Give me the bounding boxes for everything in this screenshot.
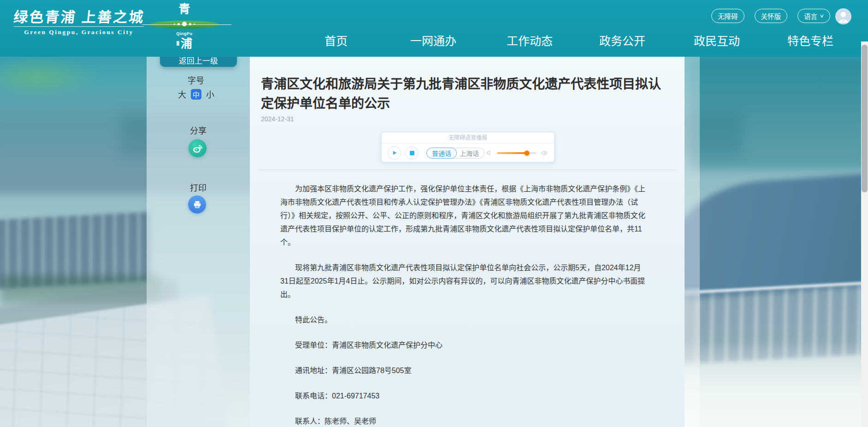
print-label: 打印 <box>177 181 219 193</box>
language-toggle: 普通话 上海话 <box>426 148 484 159</box>
quick-buttons: 无障碍 关怀版 语言 ∨ <box>711 9 830 23</box>
article-panel: 青浦区文化和旅游局关于第九批青浦区非物质文化遗产代表性项目拟认定保护单位名单的公… <box>250 57 685 427</box>
play-button[interactable] <box>388 146 401 160</box>
nav-home[interactable]: 首页 <box>325 34 348 48</box>
right-frost-strip <box>685 57 700 427</box>
slogan-underline <box>14 26 144 27</box>
chevron-down-icon: ∨ <box>820 13 824 19</box>
stop-icon <box>410 151 414 155</box>
volume-thumb[interactable] <box>525 150 530 155</box>
font-size-medium[interactable]: 中 <box>191 89 201 100</box>
font-size-large[interactable]: 大 <box>178 88 186 100</box>
site-slogan-english: Green Qingpu, Gracious City <box>14 29 144 36</box>
language-button[interactable]: 语言 ∨ <box>797 9 830 23</box>
site-header: 绿色青浦 上善之城 Green Qingpu, Gracious City 青 … <box>0 0 868 57</box>
logo-char-top: 青 <box>152 2 217 15</box>
section-divider <box>258 170 675 170</box>
print-button[interactable] <box>188 196 206 214</box>
weibo-icon <box>192 143 203 154</box>
font-size-small[interactable]: 小 <box>206 88 214 100</box>
logo-dots <box>152 22 217 26</box>
logo-char-bottom: 浦 <box>152 37 217 50</box>
volume-high-icon <box>541 149 548 157</box>
audio-player-caption: 无障碍语音播报 <box>382 132 554 144</box>
audio-player-controls: 普通话 上海话 <box>382 144 554 162</box>
logo-seal <box>177 41 179 46</box>
paragraph: 联系电话：021-69717453 <box>280 389 649 403</box>
nav-work-news[interactable]: 工作动态 <box>507 34 553 48</box>
share-weibo-button[interactable] <box>189 139 207 157</box>
share-label: 分享 <box>177 124 219 136</box>
language-option-mandarin[interactable]: 普通话 <box>426 148 457 159</box>
volume-low-icon <box>486 149 493 156</box>
logo-romanized: QingPu <box>152 31 217 36</box>
paragraph: 现将第九批青浦区非物质文化遗产代表性项目拟认定保护单位名单向社会公示，公示期5天… <box>280 261 649 301</box>
paragraph: 受理单位：青浦区非物质文化遗产保护分中心 <box>280 338 649 352</box>
site-slogan-chinese: 绿色青浦 上善之城 <box>13 6 147 26</box>
scrollbar-track[interactable] <box>861 42 868 427</box>
nav-interaction[interactable]: 政民互动 <box>694 34 740 48</box>
stop-button[interactable] <box>405 146 419 160</box>
care-version-button[interactable]: 关怀版 <box>755 9 788 23</box>
paragraph: 通讯地址：青浦区公园路78号505室 <box>280 364 649 377</box>
qingpu-logo: 青 QingPu 浦 <box>152 1 217 55</box>
paragraph: 特此公告。 <box>280 313 649 326</box>
font-size-label: 字号 <box>175 74 217 86</box>
user-avatar[interactable] <box>835 8 851 24</box>
photo-right-band <box>689 57 868 170</box>
printer-icon <box>192 200 202 210</box>
tool-rail-background <box>147 57 250 427</box>
scrollbar-thumb[interactable] <box>862 45 868 192</box>
volume-control <box>486 149 548 157</box>
nav-gov-info[interactable]: 政务公开 <box>599 34 645 48</box>
nav-services[interactable]: 一网通办 <box>410 34 456 48</box>
nav-special[interactable]: 特色专栏 <box>787 34 833 48</box>
volume-fill <box>497 152 527 154</box>
accessibility-button[interactable]: 无障碍 <box>711 9 744 23</box>
audio-player: 无障碍语音播报 普通话 上海话 <box>381 132 555 162</box>
volume-slider[interactable] <box>497 152 537 154</box>
font-size-options: 大 中 小 <box>178 88 214 100</box>
play-icon <box>391 150 397 156</box>
page: 返回上一级 青浦区文化和旅游局关于第九批青浦区非物质文化遗产代表性项目拟认定保护… <box>0 0 868 427</box>
paragraph: 联系人：陈老师、吴老师 <box>280 415 649 427</box>
article-date: 2024-12-31 <box>261 115 294 123</box>
article-body: 为加强本区非物质文化遗产保护工作，强化保护单位主体责任，根据《上海市非物质文化遗… <box>280 182 649 427</box>
user-icon <box>835 8 851 24</box>
article-title: 青浦区文化和旅游局关于第九批青浦区非物质文化遗产代表性项目拟认定保护单位名单的公… <box>261 75 667 113</box>
paragraph: 为加强本区非物质文化遗产保护工作，强化保护单位主体责任，根据《上海市非物质文化遗… <box>280 182 649 249</box>
